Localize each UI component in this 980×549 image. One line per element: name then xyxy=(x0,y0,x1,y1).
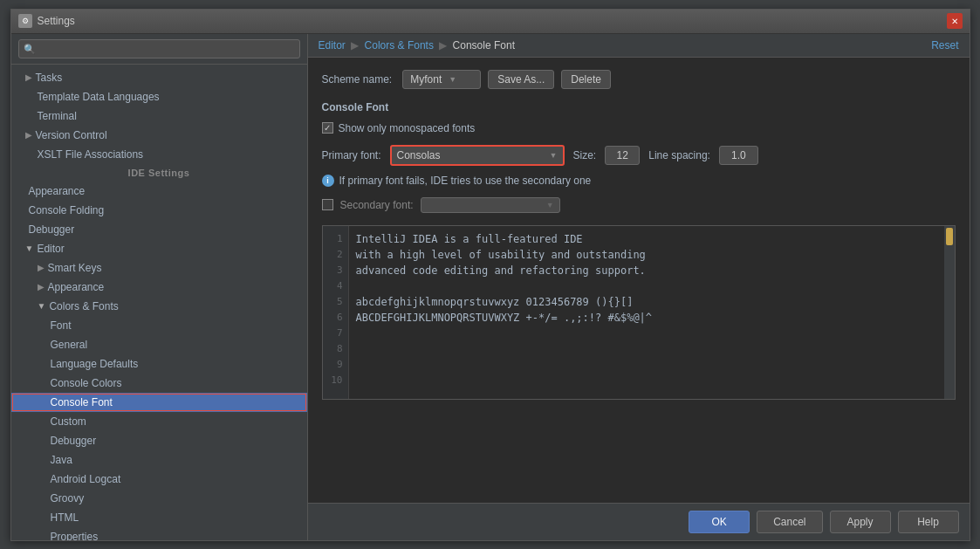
scroll-thumb xyxy=(946,228,953,245)
preview-line xyxy=(356,341,948,357)
preview-gutter: 12345678910 xyxy=(323,226,349,399)
sidebar-item-template-data-languages[interactable]: Template Data Languages xyxy=(11,87,307,106)
preview-code: IntelliJ IDEA is a full-featured IDEwith… xyxy=(349,226,955,399)
sidebar-item-properties[interactable]: Properties xyxy=(11,527,307,540)
close-button[interactable]: ✕ xyxy=(947,13,963,29)
size-input[interactable] xyxy=(605,146,640,165)
scheme-select[interactable]: Myfont ▼ xyxy=(402,70,481,89)
arrow-open-icon: ▼ xyxy=(25,241,34,257)
sidebar-item-xslt[interactable]: XSLT File Associations xyxy=(11,145,307,164)
sidebar-item-debugger-sub[interactable]: Debugger xyxy=(11,431,307,450)
sidebar: 🔍 ▶ Tasks Template Data Languages Termin… xyxy=(11,34,308,540)
secondary-font-checkbox[interactable] xyxy=(322,199,333,210)
help-button[interactable]: Help xyxy=(898,511,959,533)
sidebar-item-smart-keys[interactable]: ▶ Smart Keys xyxy=(11,258,307,278)
sidebar-item-appearance[interactable]: Appearance xyxy=(11,182,307,201)
monospaced-label: Show only monospaced fonts xyxy=(339,122,476,134)
line-number: 8 xyxy=(323,341,348,357)
content-area: 🔍 ▶ Tasks Template Data Languages Termin… xyxy=(11,34,970,540)
sidebar-item-colors-fonts[interactable]: ▼ Colors & Fonts xyxy=(11,297,307,316)
info-row: i If primary font fails, IDE tries to us… xyxy=(322,175,956,187)
preview-scrollbar[interactable] xyxy=(944,226,955,399)
sidebar-item-editor[interactable]: ▼ Editor xyxy=(11,239,307,258)
line-number: 5 xyxy=(323,294,348,310)
search-box: 🔍 xyxy=(11,34,307,65)
secondary-font-row: Secondary font: ▼ xyxy=(322,197,956,213)
sidebar-item-java[interactable]: Java xyxy=(11,450,307,470)
sidebar-item-console-colors[interactable]: Console Colors xyxy=(11,374,307,393)
line-number: 9 xyxy=(323,357,348,373)
scheme-label: Scheme name: xyxy=(322,73,393,86)
primary-font-label: Primary font: xyxy=(322,149,381,161)
monospaced-checkbox[interactable] xyxy=(322,122,333,134)
title-bar: ⚙ Settings ✕ xyxy=(11,10,970,34)
arrow-icon: ▶ xyxy=(25,127,32,143)
window-icon: ⚙ xyxy=(18,14,32,28)
search-icon: 🔍 xyxy=(24,43,36,54)
line-number: 4 xyxy=(323,278,348,294)
sidebar-item-console-folding[interactable]: Console Folding xyxy=(11,201,307,220)
info-icon: i xyxy=(322,175,334,187)
arrow-icon: ▶ xyxy=(38,260,45,276)
sidebar-item-terminal[interactable]: Terminal xyxy=(11,106,307,126)
preview-line xyxy=(356,373,948,388)
sidebar-item-tasks[interactable]: ▶ Tasks xyxy=(11,68,307,87)
sidebar-item-android-logcat[interactable]: Android Logcat xyxy=(11,470,307,489)
panel-content: Scheme name: Myfont ▼ Save As... Delete … xyxy=(308,58,970,503)
preview-line: ABCDEFGHIJKLMNOPQRSTUVWXYZ +-*/= .,;:!? … xyxy=(356,310,948,326)
sidebar-item-debugger[interactable]: Debugger xyxy=(11,220,307,239)
sidebar-item-language-defaults[interactable]: Language Defaults xyxy=(11,354,307,374)
primary-font-value: Consolas xyxy=(397,149,550,161)
preview-line xyxy=(356,357,948,373)
line-number: 2 xyxy=(323,247,348,263)
settings-window: ⚙ Settings ✕ 🔍 ▶ Tasks Template Data Lan… xyxy=(10,9,970,541)
breadcrumb-current: Console Font xyxy=(453,39,515,51)
arrow-icon: ▶ xyxy=(25,70,32,86)
info-text: If primary font fails, IDE tries to use … xyxy=(339,175,592,187)
preview-line: with a high level of usability and outst… xyxy=(356,247,948,263)
preview-line xyxy=(356,278,948,294)
section-title: Console Font xyxy=(322,101,956,113)
sidebar-item-custom[interactable]: Custom xyxy=(11,412,307,431)
preview-line xyxy=(356,326,948,341)
scheme-row: Scheme name: Myfont ▼ Save As... Delete xyxy=(322,70,956,89)
preview-line: abcdefghijklmnopqrstuvwxyz 0123456789 ()… xyxy=(356,294,948,310)
preview-line: advanced code editing and refactoring su… xyxy=(356,263,948,278)
apply-button[interactable]: Apply xyxy=(830,511,891,533)
arrow-icon: ▶ xyxy=(38,279,45,295)
line-number: 3 xyxy=(323,263,348,278)
breadcrumb-editor[interactable]: Editor xyxy=(319,39,346,51)
size-label: Size: xyxy=(573,149,597,161)
line-spacing-label: Line spacing: xyxy=(648,149,710,161)
tree-area: ▶ Tasks Template Data Languages Terminal… xyxy=(11,65,307,540)
ok-button[interactable]: OK xyxy=(689,511,750,533)
cancel-button[interactable]: Cancel xyxy=(757,511,822,533)
save-as-button[interactable]: Save As... xyxy=(488,70,554,89)
sidebar-item-html[interactable]: HTML xyxy=(11,508,307,527)
bottom-bar: OK Cancel Apply Help xyxy=(308,503,970,540)
scheme-value: Myfont xyxy=(407,72,445,86)
sidebar-item-version-control[interactable]: ▶ Version Control xyxy=(11,126,307,145)
reset-button[interactable]: Reset xyxy=(931,39,958,51)
arrow-open-icon: ▼ xyxy=(38,299,46,314)
sidebar-item-console-font[interactable]: Console Font xyxy=(11,393,307,412)
sidebar-item-groovy[interactable]: Groovy xyxy=(11,489,307,508)
primary-font-select[interactable]: Consolas ▼ xyxy=(390,145,565,166)
main-panel: Editor ▶ Colors & Fonts ▶ Console Font R… xyxy=(308,34,970,540)
breadcrumb-colors-fonts[interactable]: Colors & Fonts xyxy=(365,39,434,51)
line-number: 7 xyxy=(323,326,348,341)
line-number: 10 xyxy=(323,373,348,388)
sidebar-item-general[interactable]: General xyxy=(11,335,307,354)
line-spacing-input[interactable] xyxy=(719,146,758,165)
ide-settings-header: IDE Settings xyxy=(11,164,307,182)
primary-font-row: Primary font: Consolas ▼ Size: Line spac… xyxy=(322,145,956,166)
preview-line: IntelliJ IDEA is a full-featured IDE xyxy=(356,231,948,247)
delete-button[interactable]: Delete xyxy=(561,70,611,89)
chevron-down-icon: ▼ xyxy=(449,75,456,84)
line-number: 1 xyxy=(323,231,348,247)
monospaced-row: Show only monospaced fonts xyxy=(322,122,956,134)
search-input[interactable] xyxy=(18,39,300,58)
sidebar-item-font[interactable]: Font xyxy=(11,316,307,335)
secondary-font-select[interactable]: ▼ xyxy=(421,197,560,213)
sidebar-item-appearance-sub[interactable]: ▶ Appearance xyxy=(11,278,307,297)
